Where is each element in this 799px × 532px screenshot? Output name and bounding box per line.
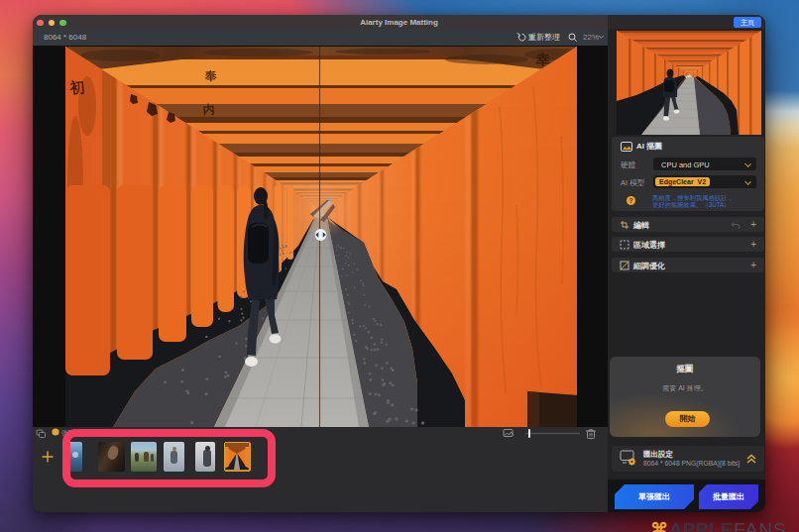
svg-text:初: 初 (68, 78, 85, 96)
svg-text:内: 内 (202, 102, 215, 117)
svg-text:幸: 幸 (535, 52, 550, 67)
svg-text:奉: 奉 (203, 68, 217, 83)
svg-text:重新整理: 重新整理 (527, 33, 560, 42)
svg-text:22%: 22% (583, 33, 599, 42)
